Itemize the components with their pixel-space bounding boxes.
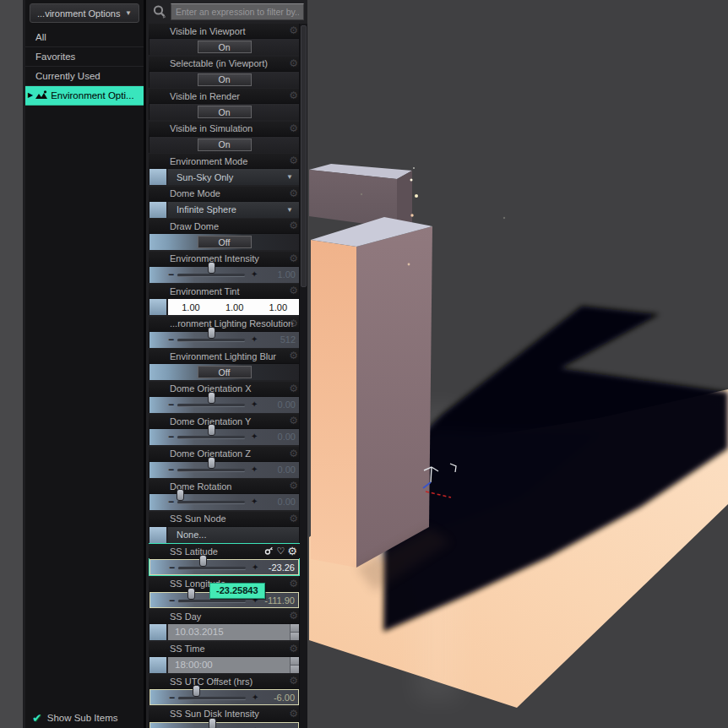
gear-icon[interactable]: ⚙ bbox=[289, 253, 298, 264]
viewport-3d[interactable] bbox=[307, 0, 728, 728]
param-control-ss-day[interactable]: 10.03.2015 bbox=[149, 624, 299, 640]
slider-knob[interactable] bbox=[208, 457, 215, 469]
slider-value[interactable]: -23.26 bbox=[256, 562, 295, 573]
search-icon[interactable] bbox=[152, 4, 167, 19]
spinner-up-button[interactable] bbox=[290, 624, 299, 633]
slider-track[interactable] bbox=[178, 600, 246, 602]
gear-icon[interactable]: ⚙ bbox=[289, 350, 298, 361]
param-control-dome-rotation[interactable]: −✦0.00 bbox=[149, 494, 299, 510]
gear-icon[interactable]: ⚙ bbox=[289, 24, 298, 36]
param-control-dome-orientation-x[interactable]: −✦0.00 bbox=[149, 397, 299, 413]
gear-icon[interactable]: ⚙ bbox=[289, 383, 298, 394]
slider-knob[interactable] bbox=[208, 262, 215, 274]
gear-icon[interactable]: ⚙ bbox=[289, 415, 298, 426]
param-control-visible-in-viewport[interactable]: On bbox=[149, 39, 299, 55]
gear-icon[interactable]: ⚙ bbox=[287, 546, 297, 557]
slider-knob[interactable] bbox=[208, 327, 215, 339]
node-selector[interactable]: None... bbox=[168, 527, 299, 543]
toggle-button[interactable]: On bbox=[198, 139, 252, 151]
gear-icon[interactable]: ⚙ bbox=[289, 122, 298, 134]
gear-icon[interactable]: ⚙ bbox=[289, 187, 298, 199]
checkmark-icon[interactable]: ✔ bbox=[32, 711, 42, 725]
param-control-ss-sun-disk-intensity[interactable]: −✦ bbox=[149, 722, 299, 728]
slider-decrement[interactable]: − bbox=[168, 464, 174, 475]
gear-icon[interactable]: ⚙ bbox=[289, 57, 298, 69]
slider-decrement[interactable]: − bbox=[168, 399, 174, 410]
gear-icon[interactable]: ⚙ bbox=[289, 318, 298, 329]
param-control-environment-tint[interactable]: 1.001.001.00 bbox=[149, 299, 299, 315]
slider-track[interactable] bbox=[177, 469, 245, 471]
slider-track[interactable] bbox=[177, 339, 245, 341]
scrollbar-thumb[interactable] bbox=[301, 25, 307, 287]
param-control-visible-in-render[interactable]: On bbox=[149, 104, 299, 120]
slider-knob[interactable] bbox=[209, 718, 216, 728]
param-control-dome-mode[interactable]: Infinite Sphere▼ bbox=[149, 202, 299, 218]
param-control-selectable-in-viewport[interactable]: On bbox=[149, 72, 299, 88]
gear-icon[interactable]: ⚙ bbox=[289, 220, 298, 231]
slider-track[interactable] bbox=[178, 697, 246, 699]
slider-value[interactable]: 0.00 bbox=[257, 497, 296, 507]
search-input[interactable] bbox=[171, 3, 304, 20]
slider-knob[interactable] bbox=[187, 588, 195, 600]
slider-decrement[interactable]: − bbox=[168, 334, 174, 345]
param-control-visible-in-simulation[interactable]: On bbox=[149, 137, 299, 153]
slider-knob[interactable] bbox=[208, 424, 215, 436]
param-control-dome-orientation-y[interactable]: −✦0.00 bbox=[149, 429, 299, 445]
slider-knob[interactable] bbox=[208, 392, 215, 404]
param-control-environment-intensity[interactable]: −✦1.00 bbox=[149, 267, 299, 283]
slider-knob[interactable] bbox=[199, 555, 207, 567]
gear-icon[interactable]: ⚙ bbox=[289, 285, 298, 296]
heart-icon[interactable]: ♡ bbox=[276, 546, 285, 556]
slider-decrement[interactable]: − bbox=[168, 431, 174, 443]
slider-value[interactable]: 512 bbox=[257, 334, 296, 345]
sidebar-item-all[interactable]: All bbox=[25, 28, 144, 47]
sidebar-item-environment-opti[interactable]: ▶Environment Opti... bbox=[25, 86, 144, 106]
params-scrollbar[interactable] bbox=[299, 24, 307, 728]
toggle-button[interactable]: Off bbox=[198, 236, 252, 248]
gear-icon[interactable]: ⚙ bbox=[289, 90, 298, 101]
slider-knob[interactable] bbox=[177, 489, 184, 501]
param-control-dome-orientation-z[interactable]: −✦0.00 bbox=[149, 462, 299, 478]
rgb-component-value[interactable]: 1.00 bbox=[168, 302, 212, 312]
slider-knob[interactable] bbox=[193, 685, 200, 697]
expand-arrow-icon[interactable]: ▶ bbox=[28, 86, 33, 105]
rgb-component-value[interactable]: 1.00 bbox=[255, 302, 299, 312]
gear-icon[interactable]: ⚙ bbox=[289, 513, 298, 524]
param-control-ss-utc-offset-hrs[interactable]: −✦-6.00 bbox=[149, 689, 299, 705]
param-control-environment-lighting-blur[interactable]: Off bbox=[149, 364, 299, 380]
slider-track[interactable] bbox=[177, 436, 245, 438]
slider-value[interactable]: -6.00 bbox=[256, 693, 295, 703]
slider-decrement[interactable]: − bbox=[169, 562, 175, 573]
toggle-button[interactable]: On bbox=[198, 73, 252, 86]
gear-icon[interactable]: ⚙ bbox=[289, 675, 298, 687]
sidebar-item-currently-used[interactable]: Currently Used bbox=[25, 67, 144, 86]
rgb-component-value[interactable]: 1.00 bbox=[212, 302, 256, 312]
toggle-button[interactable]: On bbox=[198, 106, 252, 118]
slider-value[interactable]: 1.00 bbox=[257, 269, 296, 280]
param-control-ronment-lighting-resolution[interactable]: −✦512 bbox=[149, 332, 299, 348]
gear-icon[interactable]: ⚙ bbox=[289, 708, 298, 720]
gear-icon[interactable]: ⚙ bbox=[289, 578, 298, 589]
spinner-down-button[interactable] bbox=[290, 633, 299, 640]
spinner-down-button[interactable] bbox=[290, 666, 299, 673]
slider-value[interactable]: 0.00 bbox=[257, 465, 296, 475]
slider-decrement[interactable]: − bbox=[169, 692, 175, 704]
slider-decrement[interactable]: − bbox=[168, 496, 174, 508]
gear-icon[interactable]: ⚙ bbox=[289, 610, 298, 622]
spinner-up-button[interactable] bbox=[290, 657, 299, 666]
slider-track[interactable] bbox=[177, 501, 245, 503]
toggle-button[interactable]: On bbox=[198, 41, 252, 53]
toggle-button[interactable]: Off bbox=[198, 366, 252, 378]
slider-value[interactable]: 0.00 bbox=[257, 399, 296, 410]
slider-decrement[interactable]: − bbox=[169, 595, 175, 606]
dropdown-field[interactable]: Sun-Sky Only▼ bbox=[168, 169, 299, 185]
sidebar-item-favorites[interactable]: Favorites bbox=[25, 47, 144, 67]
slider-track[interactable] bbox=[177, 274, 245, 276]
gear-icon[interactable]: ⚙ bbox=[289, 448, 298, 459]
slider-value[interactable]: 0.00 bbox=[257, 432, 296, 442]
slider-decrement[interactable]: − bbox=[169, 725, 175, 728]
param-control-draw-dome[interactable]: Off bbox=[149, 234, 299, 250]
slider-track[interactable] bbox=[178, 567, 246, 569]
param-control-ss-time[interactable]: 18:00:00 bbox=[149, 657, 299, 673]
parameter-view-dropdown[interactable]: ...vironment Options ▼ bbox=[30, 3, 139, 23]
